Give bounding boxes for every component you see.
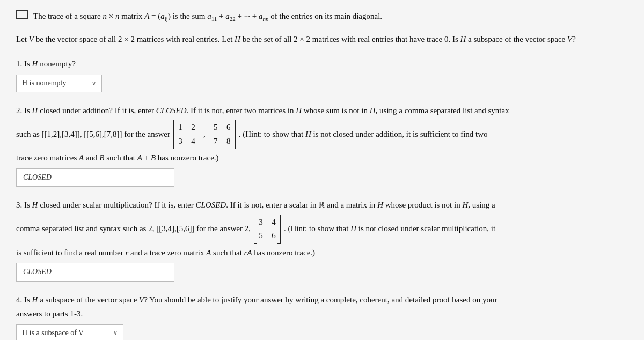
chevron-down-icon: ∨ <box>113 328 118 338</box>
question-2-text: 2. Is H closed under addition? If it is,… <box>16 104 628 165</box>
top-definition: The trace of a square n × n matrix A = (… <box>16 10 628 24</box>
question-4-block: 4. Is H a subspace of the vector space V… <box>16 293 628 340</box>
q1-answer-dropdown[interactable]: H is nonempty ∨ <box>16 75 102 92</box>
question-1-block: 1. Is H nonempty? H is nonempty ∨ <box>16 57 628 92</box>
q3-matrix: 34 56 <box>254 215 281 244</box>
q2-matrix2: 56 78 <box>209 120 236 149</box>
q2-hint-text: . (Hint: to show that H is not closed un… <box>239 128 488 142</box>
q2-such-as-label: such as [[1,2],[3,4]], [[5,6],[7,8]] for… <box>16 128 170 142</box>
q4-answer-text: H is a subspace of V <box>22 327 84 339</box>
q3-answer-text: CLOSED <box>23 266 52 278</box>
q3-hint-text: . (Hint: to show that H is not closed un… <box>284 222 495 236</box>
q3-answer-input[interactable]: CLOSED <box>16 263 174 281</box>
q2-matrix1: 12 34 <box>173 120 200 149</box>
question-4-label: 4. Is H a subspace of the vector space V… <box>16 293 628 320</box>
checkbox[interactable] <box>16 10 28 19</box>
q4-answer-dropdown[interactable]: H is a subspace of V ∨ <box>16 324 123 340</box>
q2-answer-input[interactable]: CLOSED <box>16 168 174 187</box>
q1-answer-text: H is nonempty <box>22 77 66 89</box>
q3-comma-sep-label: comma separated list and syntax such as … <box>16 222 251 236</box>
question-3-text: 3. Is H closed under scalar multiplicati… <box>16 198 628 260</box>
question-2-block: 2. Is H closed under addition? If it is,… <box>16 104 628 187</box>
question-1-label: 1. Is H nonempty? <box>16 57 628 70</box>
q2-answer-text: CLOSED <box>23 172 52 183</box>
chevron-down-icon: ∨ <box>92 79 96 88</box>
top-definition-text: The trace of a square n × n matrix A = (… <box>33 10 382 24</box>
question-3-block: 3. Is H closed under scalar multiplicati… <box>16 198 628 281</box>
intro-paragraph: Let V be the vector space of all 2 × 2 m… <box>16 33 628 46</box>
q2-comma: , <box>203 128 206 142</box>
